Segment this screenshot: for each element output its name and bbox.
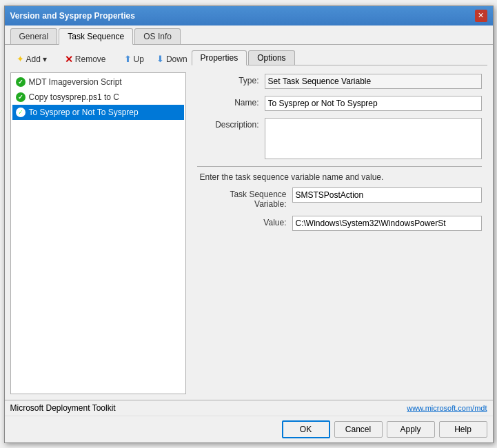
toolbar: ✦ Add ▾ ✕ Remove ⬆ Up ⬇ (10, 50, 186, 68)
remove-icon: ✕ (65, 54, 73, 65)
apply-button[interactable]: Apply (387, 421, 435, 438)
value-input[interactable] (292, 216, 482, 231)
star-icon: ✦ (17, 54, 24, 64)
tree-item-1-label: MDT Imageversion Script (29, 77, 122, 87)
check-icon-2: ✓ (15, 92, 26, 103)
sub-tab-options[interactable]: Options (248, 50, 294, 65)
type-label: Type: (197, 74, 259, 85)
hint-text: Enter the task sequence variable name an… (197, 172, 482, 182)
tab-task-sequence[interactable]: Task Sequence (59, 28, 133, 45)
description-label: Description: (197, 118, 259, 130)
window-title: Version and Sysprep Properties (10, 11, 135, 21)
cancel-button[interactable]: Cancel (334, 421, 383, 438)
main-tab-bar: General Task Sequence OS Info (5, 26, 493, 45)
value-label: Value: (197, 216, 287, 227)
check-icon-3: ✓ (15, 107, 26, 118)
tsv-row: Task Sequence Variable: (197, 187, 482, 209)
footer-info-text: Microsoft Deployment Toolkit (10, 403, 116, 413)
up-label: Up (134, 54, 144, 64)
tree-item-3-label: To Sysprep or Not To Sysprep (29, 108, 139, 117)
tree-item-3[interactable]: ✓ To Sysprep or Not To Sysprep (12, 105, 184, 120)
dropdown-arrow-icon: ▾ (43, 54, 47, 64)
down-icon: ⬇ (156, 54, 164, 64)
tsv-label: Task Sequence Variable: (197, 187, 287, 209)
tree-item-2-label: Copy tosysprep.ps1 to C (29, 92, 119, 102)
footer-link[interactable]: www.microsoft.com/mdt (407, 404, 487, 412)
tab-os-info[interactable]: OS Info (134, 28, 181, 44)
add-button[interactable]: ✦ Add ▾ (12, 52, 52, 66)
sub-tab-bar: Properties Options (192, 50, 487, 65)
help-button[interactable]: Help (439, 421, 487, 438)
ok-button[interactable]: OK (282, 420, 330, 438)
sub-tab-properties[interactable]: Properties (192, 50, 247, 65)
tab-general[interactable]: General (10, 28, 58, 44)
down-label: Down (166, 54, 187, 64)
add-label: Add (26, 54, 41, 64)
name-input[interactable] (265, 96, 482, 111)
remove-label: Remove (75, 54, 106, 64)
content-area: ✦ Add ▾ ✕ Remove ⬆ Up ⬇ (5, 45, 493, 442)
value-row: Value: (197, 216, 482, 231)
down-button[interactable]: ⬇ Down (152, 52, 192, 66)
description-textarea[interactable] (265, 118, 482, 159)
footer-bar: Microsoft Deployment Toolkit www.microso… (5, 400, 493, 416)
right-panel: Properties Options Type: Name: (192, 50, 487, 394)
divider-1 (197, 166, 482, 167)
tree-item-1[interactable]: ✓ MDT Imageversion Script (12, 74, 184, 90)
left-panel: ✦ Add ▾ ✕ Remove ⬆ Up ⬇ (10, 50, 186, 394)
tsv-input[interactable] (292, 187, 482, 203)
up-button[interactable]: ⬆ Up (119, 52, 149, 66)
task-sequence-tree[interactable]: ✓ MDT Imageversion Script ✓ Copy tosyspr… (10, 72, 186, 394)
close-button[interactable]: ✕ (475, 10, 487, 22)
properties-panel: Type: Name: Description: (192, 71, 487, 394)
tree-item-2[interactable]: ✓ Copy tosysprep.ps1 to C (12, 90, 184, 105)
type-input[interactable] (265, 74, 482, 89)
remove-button[interactable]: ✕ Remove (60, 52, 111, 67)
check-icon-1: ✓ (15, 77, 26, 88)
main-window: Version and Sysprep Properties ✕ General… (4, 6, 494, 443)
name-label: Name: (197, 96, 259, 108)
button-bar: OK Cancel Apply Help (5, 416, 493, 442)
main-content: ✦ Add ▾ ✕ Remove ⬆ Up ⬇ (5, 45, 493, 400)
up-icon: ⬆ (124, 54, 132, 64)
description-row: Description: (197, 118, 482, 159)
name-row: Name: (197, 96, 482, 111)
title-bar: Version and Sysprep Properties ✕ (5, 6, 493, 26)
type-row: Type: (197, 74, 482, 89)
